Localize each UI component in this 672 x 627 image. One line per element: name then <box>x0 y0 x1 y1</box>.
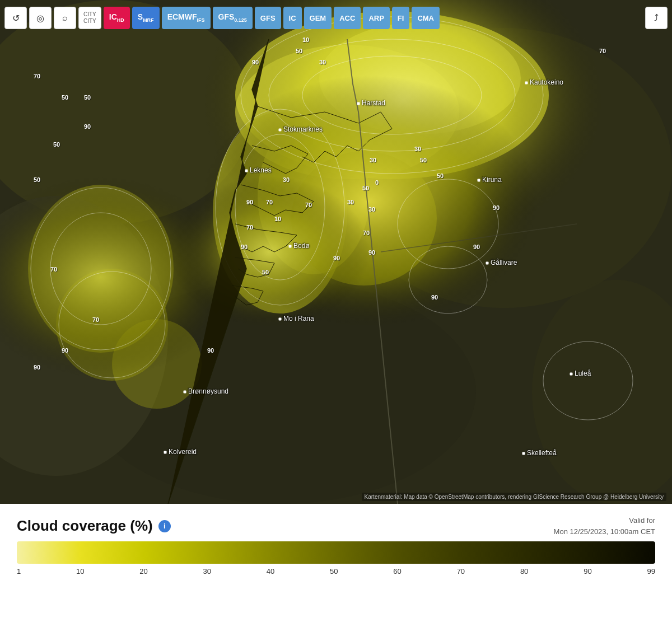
city-button[interactable]: CITY CITY <box>78 7 101 29</box>
valid-for-line1: Valid for <box>554 515 655 526</box>
city-dot-kiruna <box>478 179 480 182</box>
info-icon-button[interactable]: i <box>158 520 171 532</box>
map-attribution: Kartenmaterial: Map data © OpenStreetMap… <box>362 493 666 501</box>
legend-title-text: Cloud coverage (%) <box>17 517 153 535</box>
city-dot-leknes <box>245 170 248 172</box>
model-btn-ic[interactable]: IC <box>283 7 302 29</box>
model-btn-gfs0125[interactable]: GFS0.125 <box>213 7 253 29</box>
legend-title-row: Cloud coverage (%) i Valid for Mon 12/25… <box>17 515 655 537</box>
city-dot-gållivare <box>486 262 489 265</box>
city-label-top: CITY <box>83 11 96 18</box>
export-button[interactable]: ⤴ <box>645 7 668 29</box>
legend-label-10: 10 <box>76 567 84 575</box>
legend-labels: 110203040506070809099 <box>17 567 655 575</box>
legend-label-60: 60 <box>393 567 401 575</box>
svg-rect-18 <box>0 0 672 504</box>
toolbar: ↺ ◎ ⌕ CITY CITY ICHD SMRF ECMWFIFS GFS0.… <box>4 4 668 31</box>
city-dot-mo-i-rana <box>279 318 282 321</box>
city-dot-kautokeino <box>525 82 528 85</box>
valid-for: Valid for Mon 12/25/2023, 10:00am CET <box>554 515 655 537</box>
model-btn-smrf[interactable]: SMRF <box>132 7 160 29</box>
legend-label-40: 40 <box>267 567 274 575</box>
map-visualization <box>0 0 672 504</box>
legend-label-80: 80 <box>520 567 528 575</box>
city-dot-kolvereid <box>164 451 167 454</box>
city-dot-luleå <box>570 373 573 376</box>
legend-label-30: 30 <box>203 567 211 575</box>
legend-label-70: 70 <box>457 567 465 575</box>
model-btn-acc[interactable]: ACC <box>334 7 361 29</box>
map-container: ↺ ◎ ⌕ CITY CITY ICHD SMRF ECMWFIFS GFS0.… <box>0 0 672 504</box>
legend-label-90: 90 <box>584 567 591 575</box>
legend-label-20: 20 <box>139 567 147 575</box>
gradient-bar <box>17 541 655 564</box>
legend-label-1: 1 <box>17 567 21 575</box>
valid-for-line2: Mon 12/25/2023, 10:00am CET <box>554 526 655 537</box>
model-btn-fi[interactable]: FI <box>392 7 410 29</box>
legend-label-50: 50 <box>330 567 338 575</box>
model-btn-ecmwfifs[interactable]: ECMWFIFS <box>162 7 211 29</box>
city-dot-stokmarknes <box>279 129 282 132</box>
city-dot-brønnøysund <box>184 391 186 394</box>
city-dot-harstad <box>357 102 360 105</box>
legend-label-99: 99 <box>647 567 655 575</box>
model-btn-ichd[interactable]: ICHD <box>104 7 130 29</box>
model-btn-gfs[interactable]: GFS <box>255 7 281 29</box>
zoom-button[interactable]: ⌕ <box>54 7 76 29</box>
model-btn-arp[interactable]: ARP <box>363 7 389 29</box>
city-dot-skellefteå <box>522 452 525 455</box>
model-btn-cma[interactable]: CMA <box>412 7 440 29</box>
model-buttons-container: ICHD SMRF ECMWFIFS GFS0.125 GFSICGEMACCA… <box>104 7 440 29</box>
legend-section: Cloud coverage (%) i Valid for Mon 12/25… <box>0 504 672 627</box>
city-label-bottom: CITY <box>83 18 96 25</box>
city-dot-bodø <box>289 245 292 248</box>
legend-title: Cloud coverage (%) i <box>17 517 171 535</box>
model-btn-gem[interactable]: GEM <box>304 7 332 29</box>
location-button[interactable]: ◎ <box>29 7 52 29</box>
refresh-button[interactable]: ↺ <box>4 7 27 29</box>
